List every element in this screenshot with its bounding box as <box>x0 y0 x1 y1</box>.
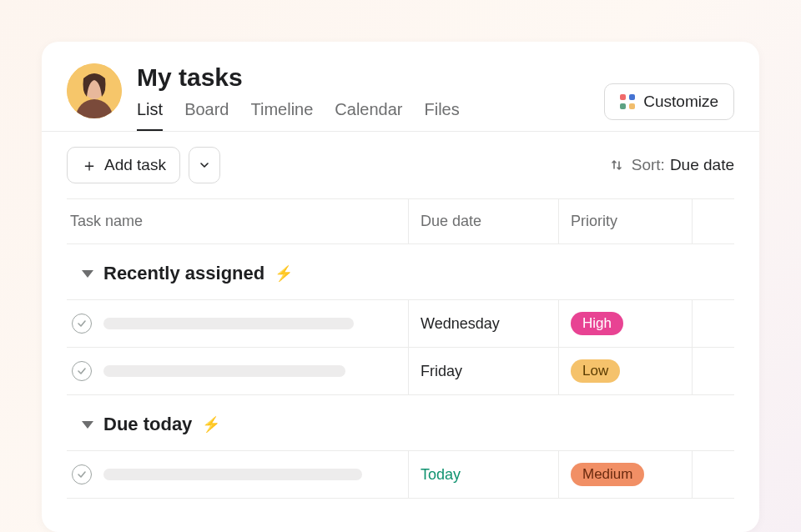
add-task-dropdown-button[interactable] <box>189 147 220 183</box>
customize-button[interactable]: Customize <box>604 83 734 120</box>
app-window: My tasks List Board Timeline Calendar Fi… <box>42 42 759 532</box>
section-header[interactable]: Due today ⚡ <box>67 395 734 451</box>
toolbar: ＋ Add task Sort: Due date <box>42 132 759 198</box>
caret-down-icon <box>82 421 93 429</box>
task-name-placeholder <box>103 365 345 377</box>
extra-cell <box>693 451 734 498</box>
page-header: My tasks List Board Timeline Calendar Fi… <box>42 42 759 131</box>
bolt-icon: ⚡ <box>275 264 293 283</box>
tab-list[interactable]: List <box>137 100 163 131</box>
add-task-button[interactable]: ＋ Add task <box>67 147 180 183</box>
section-header[interactable]: Recently assigned ⚡ <box>67 244 734 300</box>
table-header: Task name Due date Priority <box>67 198 734 244</box>
column-header-due[interactable]: Due date <box>409 199 559 243</box>
customize-icon <box>620 94 635 109</box>
section-title: Due today <box>103 414 192 435</box>
tab-timeline[interactable]: Timeline <box>251 100 314 131</box>
chevron-down-icon <box>199 160 209 170</box>
column-header-name[interactable]: Task name <box>67 199 409 243</box>
section-title: Recently assigned <box>103 263 264 284</box>
priority-pill: Medium <box>571 463 644 486</box>
complete-checkbox[interactable] <box>72 464 92 484</box>
priority-cell[interactable]: Low <box>559 348 693 394</box>
task-row[interactable]: Wednesday High <box>67 300 734 348</box>
task-row[interactable]: Today Medium <box>67 451 734 499</box>
priority-cell[interactable]: Medium <box>559 451 693 498</box>
complete-checkbox[interactable] <box>72 361 92 381</box>
customize-label: Customize <box>643 93 718 111</box>
add-task-label: Add task <box>104 156 166 174</box>
sort-value: Due date <box>670 156 734 174</box>
tab-calendar[interactable]: Calendar <box>335 100 402 131</box>
due-date-cell[interactable]: Friday <box>409 348 559 394</box>
task-row[interactable]: Friday Low <box>67 348 734 395</box>
task-name-cell <box>67 451 409 498</box>
sort-prefix: Sort: <box>632 156 665 174</box>
due-date-value: Today <box>421 466 461 484</box>
due-date-value: Friday <box>421 363 462 380</box>
task-name-cell <box>67 300 409 347</box>
tab-board[interactable]: Board <box>184 100 229 131</box>
due-date-cell[interactable]: Wednesday <box>409 300 559 347</box>
sort-icon <box>610 158 623 172</box>
caret-down-icon <box>82 270 93 278</box>
due-date-value: Wednesday <box>421 315 500 333</box>
column-header-priority[interactable]: Priority <box>559 199 693 243</box>
tab-files[interactable]: Files <box>425 100 460 131</box>
add-task-group: ＋ Add task <box>67 147 220 183</box>
plus-icon: ＋ <box>81 157 98 173</box>
task-table: Task name Due date Priority Recently ass… <box>42 198 759 532</box>
column-header-extra[interactable] <box>693 199 734 243</box>
priority-pill: Low <box>571 359 620 383</box>
complete-checkbox[interactable] <box>72 314 92 334</box>
avatar[interactable] <box>67 63 122 118</box>
bolt-icon: ⚡ <box>202 415 220 434</box>
extra-cell <box>693 348 734 394</box>
priority-pill: High <box>571 312 623 335</box>
sort-control[interactable]: Sort: Due date <box>610 156 734 174</box>
task-name-cell <box>67 348 409 394</box>
priority-cell[interactable]: High <box>559 300 693 347</box>
extra-cell <box>693 300 734 347</box>
due-date-cell[interactable]: Today <box>409 451 559 498</box>
task-name-placeholder <box>103 318 354 329</box>
task-name-placeholder <box>103 469 362 480</box>
